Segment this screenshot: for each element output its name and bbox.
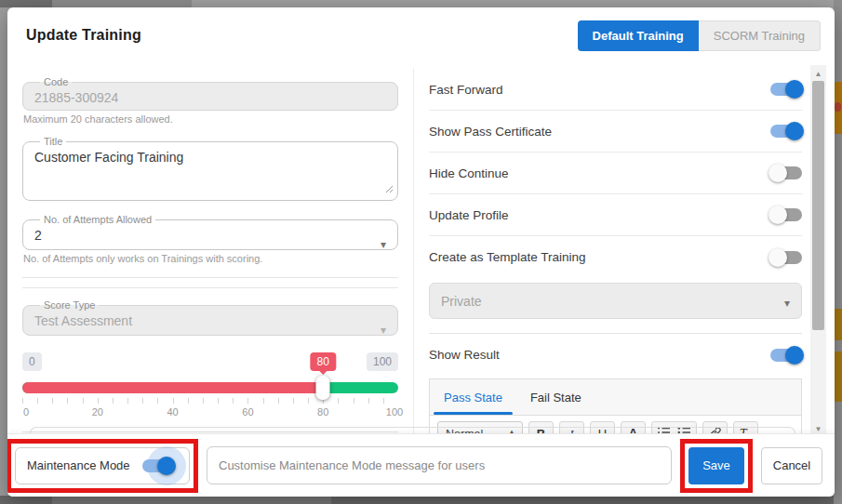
title-label: Title bbox=[40, 136, 66, 147]
toggle-row-update-profile: Update Profile bbox=[429, 194, 802, 236]
tab-fail-state[interactable]: Fail State bbox=[516, 379, 595, 415]
code-label: Code bbox=[40, 76, 72, 87]
cancel-button[interactable]: Cancel bbox=[761, 447, 822, 484]
maintenance-mode-label: Maintenance Mode bbox=[27, 458, 130, 472]
chevron-down-icon: ▾ bbox=[784, 297, 790, 310]
scrollbar-thumb[interactable] bbox=[812, 81, 824, 330]
scrollbar[interactable]: ▲ ▼ bbox=[810, 65, 826, 437]
score-type-select: Score Type Test Assessment ▾ bbox=[22, 299, 398, 336]
fast-forward-toggle[interactable] bbox=[770, 83, 802, 96]
create-template-toggle[interactable] bbox=[770, 251, 802, 264]
attempts-value: 2 bbox=[34, 227, 386, 243]
slider-track[interactable] bbox=[22, 382, 398, 393]
tab-pass-state[interactable]: Pass State bbox=[430, 379, 516, 415]
maintenance-message-input[interactable] bbox=[207, 446, 672, 484]
maintenance-mode-box: Maintenance Mode bbox=[15, 447, 190, 484]
left-column: Code 21885-300924 Maximum 20 characters … bbox=[22, 69, 414, 433]
code-value: 21885-300924 bbox=[34, 89, 386, 105]
toggle-row-create-template: Create as Template Training bbox=[429, 236, 802, 278]
attempts-select[interactable]: No. of Attempts Allowed 2 ▾ bbox=[22, 214, 398, 250]
slider-fill-low bbox=[22, 382, 323, 393]
chevron-down-icon: ▾ bbox=[381, 238, 386, 251]
score-type-value: Test Assessment bbox=[34, 312, 386, 328]
slider-min-badge: 0 bbox=[22, 352, 42, 371]
show-result-toggle[interactable] bbox=[770, 349, 802, 362]
title-value: Customer Facing Training bbox=[34, 149, 386, 165]
modal-header: Update Training Default Training SCORM T… bbox=[7, 7, 835, 63]
modal-footer: Maintenance Mode Save Cancel bbox=[7, 433, 835, 497]
slider-handle[interactable] bbox=[316, 376, 330, 400]
tab-scorm-training[interactable]: SCORM Training bbox=[699, 20, 821, 51]
chevron-down-icon: ▾ bbox=[381, 324, 386, 337]
scroll-up-icon[interactable]: ▲ bbox=[810, 67, 826, 80]
show-pass-certificate-toggle[interactable] bbox=[770, 125, 802, 138]
divider bbox=[22, 287, 398, 288]
code-field: Code 21885-300924 bbox=[22, 76, 398, 111]
code-helper-text: Maximum 20 characters allowed. bbox=[23, 113, 398, 125]
slider-tick-labels: 0 20 40 60 80 100 bbox=[22, 406, 398, 420]
slider-ticks bbox=[22, 398, 398, 404]
textarea-resize-icon[interactable] bbox=[385, 180, 394, 197]
slider-value-badge: 80 bbox=[311, 352, 336, 371]
background-page-top bbox=[0, 0, 842, 7]
score-type-label: Score Type bbox=[40, 299, 99, 311]
tab-default-training[interactable]: Default Training bbox=[578, 20, 699, 51]
divider bbox=[22, 277, 398, 278]
update-training-modal: Update Training Default Training SCORM T… bbox=[7, 7, 835, 497]
annotation-box-save: Save bbox=[680, 439, 753, 493]
toggle-row-hide-continue: Hide Continue bbox=[429, 153, 802, 194]
partially-visible-field bbox=[30, 427, 795, 433]
toggle-row-fast-forward: Fast Forward bbox=[429, 69, 802, 111]
right-column: Fast Forward Show Pass Certificate Hide … bbox=[414, 69, 802, 433]
title-field[interactable]: Title Customer Facing Training bbox=[22, 136, 398, 201]
slider-max-badge: 100 bbox=[367, 352, 398, 371]
training-type-tabs: Default Training SCORM Training bbox=[578, 20, 821, 51]
update-profile-toggle[interactable] bbox=[770, 208, 802, 221]
annotation-box-maintenance: Maintenance Mode bbox=[7, 439, 198, 493]
template-visibility-select: Private ▾ bbox=[429, 283, 802, 319]
toggle-row-show-pass-certificate: Show Pass Certificate bbox=[429, 111, 802, 153]
save-button[interactable]: Save bbox=[688, 447, 744, 484]
background-page-bottom bbox=[0, 496, 842, 504]
modal-body: Code 21885-300924 Maximum 20 characters … bbox=[7, 63, 835, 433]
pass-score-slider: 0 80 100 0 20 40 60 80 100 bbox=[22, 352, 398, 420]
result-state-tabs: Pass State Fail State bbox=[430, 379, 801, 416]
background-page-right bbox=[834, 0, 842, 504]
attempts-label: No. of Attempts Allowed bbox=[40, 214, 155, 225]
modal-title: Update Training bbox=[26, 27, 141, 44]
toggle-row-show-result: Show Result bbox=[429, 334, 802, 376]
maintenance-mode-toggle[interactable] bbox=[142, 459, 174, 472]
hide-continue-toggle[interactable] bbox=[770, 166, 802, 179]
attempts-helper-text: No. of Attempts only works on Trainings … bbox=[23, 253, 398, 264]
